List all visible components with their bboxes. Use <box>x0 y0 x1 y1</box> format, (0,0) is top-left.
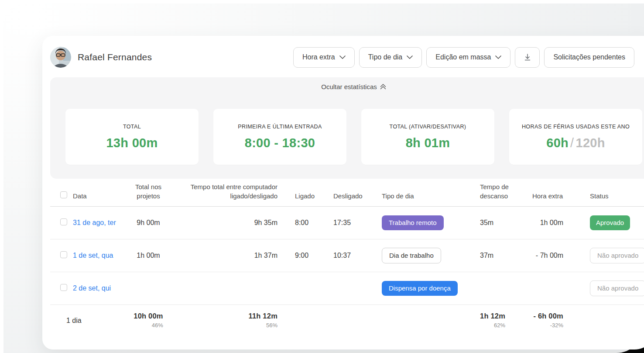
column-header-computer-total: Tempo total entre computador ligado/desl… <box>170 182 282 201</box>
page: Rafael Fernandes Hora extra Tipo de dia … <box>0 0 644 353</box>
row-computer-total: 9h 35m <box>170 219 282 227</box>
chevron-down-icon <box>407 55 413 59</box>
chevron-double-up-icon <box>380 84 386 90</box>
vacation-separator: / <box>570 136 574 150</box>
day-type-badge[interactable]: Dispensa por doença <box>382 281 458 296</box>
row-on-time: 8:00 <box>282 219 325 227</box>
statistics-panel: Ocultar estatísticas TOTAL 13h 00m PRIME… <box>50 77 644 179</box>
footer-rest: 1h 12m62% <box>480 312 505 329</box>
row-overtime: 1h 00m <box>526 219 569 227</box>
card-header: Rafael Fernandes Hora extra Tipo de dia … <box>42 36 644 77</box>
stat-label: TOTAL <box>123 124 141 130</box>
avatar <box>50 47 71 68</box>
vacation-used: 60h <box>546 136 569 150</box>
column-header-rest: Tempo de descanso <box>473 182 526 201</box>
row-off-time: 10:37 <box>325 252 375 260</box>
column-header-status: Status <box>569 191 644 201</box>
stat-value: 8h 01m <box>406 136 450 150</box>
table-footer-row: 1 dia 10h 00m46% 11h 12m56% 1h 12m62% - … <box>50 305 644 336</box>
row-on-time: 9:00 <box>282 252 325 260</box>
select-all-checkbox[interactable] <box>60 191 67 198</box>
column-header-total-projects: Total nos projetos <box>127 182 170 201</box>
stat-card-total: TOTAL 13h 00m <box>65 109 199 165</box>
pending-requests-button[interactable]: Solicitações pendentes <box>544 47 634 68</box>
vacation-max: 120h <box>575 136 605 150</box>
row-date-link[interactable]: 2 de set, qui <box>70 284 127 292</box>
row-date-link[interactable]: 31 de ago, ter <box>70 219 127 227</box>
row-overtime: - 7h 00m <box>526 252 569 260</box>
stat-value: 60h/120h <box>546 136 605 150</box>
row-total-projects: 9h 00m <box>127 219 170 227</box>
stat-label: HORAS DE FÉRIAS USADAS ESTE ANO <box>522 124 630 130</box>
stat-label: PRIMEIRA E ÚLTIMA ENTRADA <box>238 124 322 130</box>
table-row: 1 de set, qua 1h 00m 1h 37m 9:00 10:37 D… <box>50 239 644 272</box>
footer-computer-total: 11h 12m56% <box>248 312 277 329</box>
row-checkbox[interactable] <box>60 284 67 291</box>
column-header-rest-text: Tempo de descanso <box>480 182 521 201</box>
footer-total-projects: 10h 00m46% <box>134 312 163 329</box>
stat-value: 13h 00m <box>106 136 158 150</box>
chevron-down-icon <box>495 55 501 59</box>
stat-card-vacation-hours: HORAS DE FÉRIAS USADAS ESTE ANO 60h/120h <box>509 109 642 165</box>
employee-timesheet-card: Rafael Fernandes Hora extra Tipo de dia … <box>42 36 644 350</box>
overtime-dropdown-label: Hora extra <box>302 53 335 61</box>
stat-value: 8:00 - 18:30 <box>245 136 315 150</box>
stat-label: TOTAL (ATIVAR/DESATIVAR) <box>390 124 466 130</box>
footer-total-value: 10h 00m <box>134 312 163 320</box>
day-type-badge[interactable]: Dia de trabalho <box>382 248 441 263</box>
column-header-off: Desligado <box>325 191 375 201</box>
chevron-down-icon <box>339 55 346 59</box>
row-checkbox[interactable] <box>60 218 67 225</box>
footer-rest-pct: 62% <box>480 322 505 329</box>
footer-computer-pct: 56% <box>248 322 277 329</box>
pending-requests-label: Solicitações pendentes <box>553 53 625 61</box>
column-header-on: Ligado <box>282 191 325 201</box>
row-date-link[interactable]: 1 de set, qua <box>70 252 127 260</box>
row-computer-total: 1h 37m <box>170 252 282 260</box>
column-header-date: Data <box>70 191 127 201</box>
bulk-edit-dropdown-button[interactable]: Edição em massa <box>426 47 510 68</box>
row-total-projects: 1h 00m <box>127 252 170 260</box>
row-rest-time: 37m <box>473 252 526 260</box>
footer-days: 1 dia <box>50 317 127 325</box>
footer-overtime-pct: -32% <box>533 322 563 329</box>
row-off-time: 17:35 <box>325 219 375 227</box>
bulk-edit-dropdown-label: Edição em massa <box>435 53 491 61</box>
stat-card-first-last-entry: PRIMEIRA E ÚLTIMA ENTRADA 8:00 - 18:30 <box>213 109 346 165</box>
footer-computer-value: 11h 12m <box>248 312 277 320</box>
stat-cards: TOTAL 13h 00m PRIMEIRA E ÚLTIMA ENTRADA … <box>65 109 644 165</box>
table-row: 2 de set, qui Dispensa por doença Não ap… <box>50 272 644 305</box>
row-checkbox[interactable] <box>60 251 67 258</box>
download-button[interactable] <box>515 47 540 68</box>
stat-card-clock-total: TOTAL (ATIVAR/DESATIVAR) 8h 01m <box>361 109 494 165</box>
day-type-dropdown-button[interactable]: Tipo de dia <box>359 47 422 68</box>
timesheet-table: Data Total nos projetos Tempo total entr… <box>50 179 644 336</box>
footer-overtime: - 6h 00m-32% <box>533 312 563 329</box>
status-badge[interactable]: Não aprovado <box>590 248 644 263</box>
hide-statistics-toggle[interactable]: Ocultar estatísticas <box>65 83 642 90</box>
table-header-row: Data Total nos projetos Tempo total entr… <box>50 179 644 207</box>
column-header-overtime: Hora extra <box>526 191 569 201</box>
footer-overtime-value: - 6h 00m <box>533 312 563 320</box>
overtime-dropdown-button[interactable]: Hora extra <box>293 47 355 68</box>
table-row: 31 de ago, ter 9h 00m 9h 35m 8:00 17:35 … <box>50 207 644 239</box>
toolbar: Hora extra Tipo de dia Edição em massa S… <box>293 47 644 68</box>
footer-rest-value: 1h 12m <box>480 312 505 320</box>
download-icon <box>524 53 531 61</box>
status-badge[interactable]: Aprovado <box>590 215 630 230</box>
footer-total-pct: 46% <box>134 322 163 329</box>
row-rest-time: 35m <box>473 219 526 227</box>
day-type-badge[interactable]: Trabalho remoto <box>382 215 444 230</box>
employee-name: Rafael Fernandes <box>78 52 152 62</box>
hide-statistics-label: Ocultar estatísticas <box>321 83 377 90</box>
day-type-dropdown-label: Tipo de dia <box>368 53 403 61</box>
status-badge[interactable]: Não aprovado <box>590 280 644 296</box>
column-header-computer-total-text: Tempo total entre computador ligado/desl… <box>175 182 277 201</box>
column-header-day-type: Tipo de dia <box>375 191 473 201</box>
